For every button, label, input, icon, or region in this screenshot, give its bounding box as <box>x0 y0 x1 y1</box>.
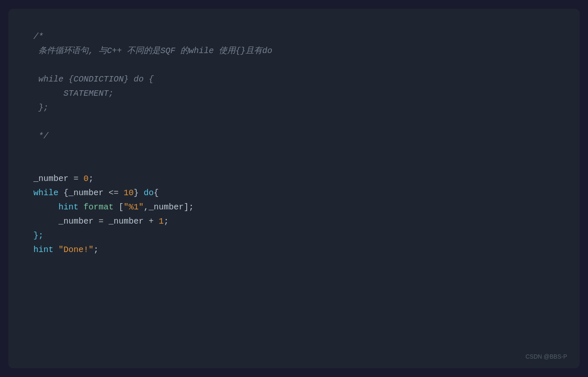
kw-hint: hint <box>58 202 79 212</box>
comment-statement: STATEMENT; <box>33 87 555 101</box>
op-lte: <= <box>104 188 124 198</box>
op-plus: + <box>144 217 159 226</box>
hint-done-line: hint "Done!"; <box>33 243 555 257</box>
kw-do: do <box>144 188 154 198</box>
num-one: 1 <box>159 217 164 226</box>
brace-open-2: { <box>154 188 159 198</box>
number-assign-line: _number = 0; <box>33 172 555 186</box>
comment-blank2 <box>33 115 555 129</box>
hint-format-line: hint format ["%1",_number]; <box>33 200 555 214</box>
space-1 <box>79 202 84 212</box>
op-eq: = <box>68 174 84 183</box>
bracket-close-semi: ]; <box>184 202 194 212</box>
number-inc-line: _number = _number + 1; <box>33 214 555 229</box>
comment-while-example: while {CONDICTION} do { <box>33 72 555 87</box>
semicolon-2: ; <box>164 217 169 226</box>
str-done: "Done!" <box>58 245 94 255</box>
var-number-4: _number <box>58 217 94 226</box>
code-block: /* 条件循环语句, 与C++ 不同的是SQF 的while 使用{}且有do … <box>33 30 555 257</box>
brace-close-do: } <box>134 188 144 198</box>
var-number-3: _number <box>149 202 184 212</box>
fn-format: format <box>84 202 114 212</box>
kw-hint-done: hint <box>33 245 53 255</box>
space-2 <box>53 245 58 255</box>
kw-close-brace: }; <box>33 231 43 240</box>
comma-1: , <box>144 202 149 212</box>
bracket-open: [ <box>114 202 124 212</box>
str-format: "%1" <box>124 202 144 212</box>
num-ten: 10 <box>124 188 134 198</box>
comment-open: /* <box>33 30 555 44</box>
watermark: CSDN @BBS-P <box>525 353 567 360</box>
var-number: _number <box>33 174 68 183</box>
blank-line-2 <box>33 158 555 172</box>
close-brace-line: }; <box>33 229 555 243</box>
blank-line-1 <box>33 143 555 158</box>
num-zero: 0 <box>84 174 89 183</box>
comment-close: */ <box>33 129 555 143</box>
kw-while: while <box>33 188 58 198</box>
brace-open: { <box>58 188 68 198</box>
op-eq-2: = <box>94 217 109 226</box>
semicolon-1: ; <box>89 174 94 183</box>
while-line: while {_number <= 10} do{ <box>33 186 555 200</box>
code-container: /* 条件循环语句, 与C++ 不同的是SQF 的while 使用{}且有do … <box>8 9 580 368</box>
comment-line1: 条件循环语句, 与C++ 不同的是SQF 的while 使用{}且有do <box>33 44 555 58</box>
var-number-2: _number <box>68 188 104 198</box>
comment-close-brace: }; <box>33 101 555 115</box>
var-number-5: _number <box>109 217 144 226</box>
comment-blank <box>33 58 555 72</box>
semicolon-3: ; <box>94 245 99 255</box>
